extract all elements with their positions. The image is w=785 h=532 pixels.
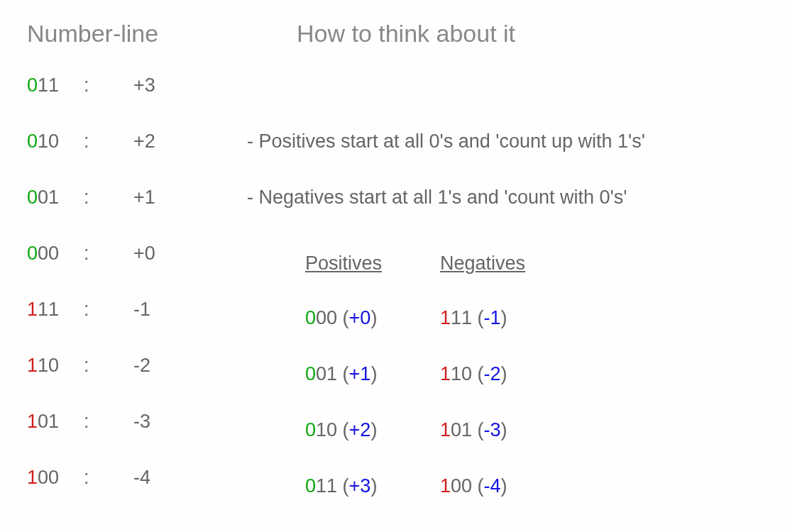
number-line-row: 001 : +1 - Negatives start at all 1's an… [27, 187, 785, 243]
colon: : [84, 411, 133, 433]
sign-bit: 1 [27, 411, 38, 432]
mini-row: 000 (+0) 111 (-1) [305, 307, 525, 363]
positive-entry: 000 (+0) [305, 307, 440, 363]
decimal-value: +3 [133, 74, 247, 96]
rest-bits: 10 [38, 131, 59, 152]
colon: : [84, 243, 133, 265]
colon: : [84, 131, 133, 153]
negative-entry: 110 (-2) [440, 363, 507, 419]
mini-header-positives: Positives [305, 253, 440, 275]
rest-bits: 00 [38, 467, 59, 488]
sign-bit: 1 [27, 355, 38, 376]
positive-entry: 011 (+3) [305, 475, 440, 531]
sign-bit: 0 [27, 187, 38, 208]
mini-row: 010 (+2) 101 (-3) [305, 419, 525, 475]
rest-bits: 01 [38, 187, 59, 208]
mini-header-negatives: Negatives [440, 253, 525, 275]
positive-entry: 010 (+2) [305, 419, 440, 475]
positives-negatives-table: Positives Negatives 000 (+0) 111 (-1) 00… [305, 253, 525, 531]
header-how-to-think: How to think about it [297, 20, 515, 48]
decimal-value: -4 [133, 467, 247, 489]
decimal-value: +1 [133, 187, 247, 209]
number-line-row: 011 : +3 [27, 74, 785, 131]
sign-bit: 1 [27, 467, 38, 488]
colon: : [84, 187, 133, 209]
note: - Negatives start at all 1's and 'count … [247, 187, 627, 209]
colon: : [84, 74, 133, 96]
sign-bit: 0 [27, 131, 38, 152]
rest-bits: 11 [38, 74, 59, 96]
negative-entry: 101 (-3) [440, 419, 507, 475]
rest-bits: 10 [38, 355, 59, 376]
positive-entry: 001 (+1) [305, 363, 440, 419]
colon: : [84, 467, 133, 489]
sign-bit: 0 [27, 243, 38, 264]
sign-bit: 0 [27, 74, 38, 96]
note: - Positives start at all 0's and 'count … [247, 131, 645, 153]
negative-entry: 100 (-4) [440, 475, 507, 531]
colon: : [84, 355, 133, 377]
headers: Number-line How to think about it [27, 20, 785, 48]
negative-entry: 111 (-1) [440, 307, 507, 363]
decimal-value: -2 [133, 355, 247, 377]
colon: : [84, 299, 133, 321]
rest-bits: 00 [38, 243, 59, 264]
page: Number-line How to think about it 011 : … [0, 0, 785, 532]
decimal-value: -3 [133, 411, 247, 433]
number-line-row: 010 : +2 - Positives start at all 0's an… [27, 131, 785, 187]
sign-bit: 1 [27, 299, 38, 320]
decimal-value: -1 [133, 299, 247, 321]
rest-bits: 11 [38, 299, 59, 320]
header-number-line: Number-line [27, 20, 297, 48]
rest-bits: 01 [38, 411, 59, 432]
decimal-value: +0 [133, 243, 247, 265]
mini-row: 011 (+3) 100 (-4) [305, 475, 525, 531]
mini-row: 001 (+1) 110 (-2) [305, 363, 525, 419]
decimal-value: +2 [133, 131, 247, 153]
